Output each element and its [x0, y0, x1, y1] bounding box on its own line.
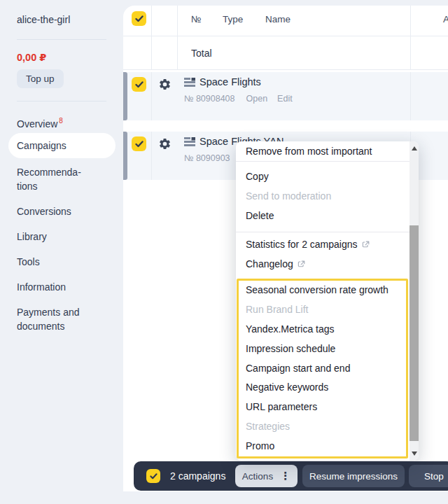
- column-divider: [410, 72, 411, 120]
- menu-divider: [236, 161, 410, 162]
- menu-item-run-brand-lift: Run Brand Lift: [239, 300, 406, 320]
- column-header-name[interactable]: Name: [265, 14, 290, 24]
- campaign-type-icon: [184, 78, 195, 87]
- row-checkbox[interactable]: [132, 77, 146, 92]
- edit-link[interactable]: Edit: [277, 94, 293, 104]
- column-divider: [151, 132, 152, 180]
- menu-item-delete[interactable]: Delete: [236, 206, 410, 225]
- campaign-number: № 8090903: [184, 153, 230, 163]
- column-header-clipped: A: [443, 14, 448, 24]
- column-header-type[interactable]: Type: [223, 14, 243, 24]
- menu-item-copy[interactable]: Copy: [236, 167, 410, 186]
- kebab-menu-icon: ⋮: [280, 470, 290, 482]
- check-icon: [150, 473, 158, 479]
- account-balance: 0,00 ₽: [17, 52, 46, 63]
- resume-impressions-button[interactable]: Resume impressions: [302, 465, 405, 487]
- selection-action-bar: 2 campaigns Actions ⋮ Resume impressions…: [134, 461, 448, 491]
- menu-item-changelog[interactable]: Changelog: [236, 254, 410, 274]
- top-up-button[interactable]: Top up: [17, 69, 64, 88]
- gear-icon[interactable]: [158, 78, 172, 94]
- sidebar-item-conversions[interactable]: Conversions: [17, 204, 109, 218]
- menu-item-statistics[interactable]: Statistics for 2 campaigns: [236, 234, 410, 254]
- column-divider: [151, 72, 152, 120]
- menu-item-remove-most-important[interactable]: Remove from most important: [236, 141, 410, 161]
- menu-item-negative-keywords[interactable]: Negative keywords: [239, 378, 406, 398]
- highlighted-menu-section: Seasonal conversion rate growth Run Bran…: [237, 279, 408, 458]
- scroll-down-icon[interactable]: [412, 451, 417, 456]
- menu-item-metrica-tags[interactable]: Yandex.Metrica tags: [239, 320, 406, 340]
- campaign-number: № 80908408: [184, 94, 235, 104]
- menu-item-send-to-moderation: Send to moderation: [236, 186, 410, 206]
- overview-badge: 8: [59, 117, 63, 125]
- menu-scrollbar-thumb[interactable]: [410, 225, 419, 441]
- external-link-icon: [362, 241, 370, 248]
- table-header-row: № Type Name A: [123, 6, 448, 36]
- row-checkbox[interactable]: [132, 136, 146, 151]
- column-divider: [177, 6, 178, 70]
- sidebar-item-library[interactable]: Library: [17, 230, 109, 244]
- total-row: [123, 36, 448, 70]
- campaign-name[interactable]: Space Flights: [184, 76, 261, 88]
- sidebar-divider: [17, 101, 106, 102]
- row-selected-bar: [123, 72, 127, 120]
- sidebar-item-information[interactable]: Information: [17, 280, 109, 294]
- account-name[interactable]: alice-the-girl: [17, 14, 70, 25]
- gear-icon[interactable]: [158, 137, 172, 153]
- column-divider: [151, 6, 152, 70]
- page-bottom-strip: [123, 491, 448, 504]
- menu-item-campaign-start-end[interactable]: Campaign start and end: [239, 359, 406, 379]
- check-icon: [135, 81, 144, 88]
- scroll-up-icon[interactable]: [412, 146, 417, 150]
- actions-context-menu: Remove from most important Copy Send to …: [236, 141, 419, 461]
- sidebar-item-campaigns[interactable]: Campaigns: [17, 139, 109, 153]
- stop-button[interactable]: Stop: [409, 465, 448, 487]
- campaign-meta: № 8090903: [184, 153, 230, 163]
- column-header-number[interactable]: №: [191, 14, 201, 24]
- check-icon: [135, 141, 144, 148]
- campaign-type-icon: [184, 137, 195, 146]
- sidebar: alice-the-girl 0,00 ₽ Top up Overview8 C…: [0, 0, 123, 504]
- sidebar-item-recommendations[interactable]: Recommenda- tions: [17, 165, 109, 193]
- sidebar-item-payments[interactable]: Payments and documents: [17, 305, 109, 333]
- menu-item-impression-schedule[interactable]: Impression schedule: [239, 340, 406, 359]
- campaign-meta: № 80908408OpenEdit: [184, 94, 293, 104]
- menu-item-promo[interactable]: Promo: [239, 437, 406, 456]
- select-all-checkbox[interactable]: [132, 11, 146, 26]
- selection-count-label: 2 campaigns: [170, 470, 225, 482]
- menu-item-strategies: Strategies: [239, 417, 406, 437]
- actions-button[interactable]: Actions ⋮: [235, 465, 298, 487]
- external-link-icon: [298, 260, 305, 268]
- sidebar-divider: [17, 39, 106, 40]
- sidebar-item-overview[interactable]: Overview8: [17, 114, 109, 131]
- menu-item-seasonal-growth[interactable]: Seasonal conversion rate growth: [239, 281, 406, 300]
- menu-item-url-parameters[interactable]: URL parameters: [239, 398, 406, 417]
- column-divider: [410, 6, 411, 70]
- selection-checkbox[interactable]: [146, 469, 160, 483]
- row-selected-bar: [123, 132, 127, 180]
- check-icon: [135, 15, 144, 22]
- open-link[interactable]: Open: [246, 94, 268, 104]
- total-label: Total: [191, 48, 212, 59]
- menu-divider: [236, 232, 410, 232]
- sidebar-item-tools[interactable]: Tools: [17, 255, 109, 269]
